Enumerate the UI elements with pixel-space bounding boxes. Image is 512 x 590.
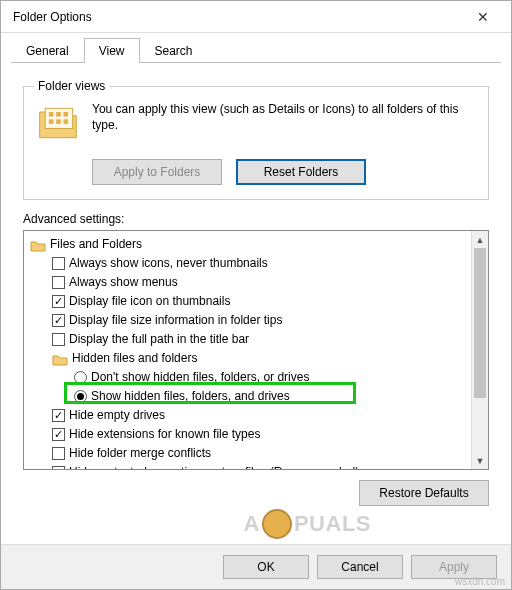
tree-group-hidden: Hidden files and folders bbox=[30, 349, 469, 368]
scroll-up-button[interactable]: ▲ bbox=[472, 231, 488, 248]
apply-to-folders-label: Apply to Folders bbox=[114, 165, 201, 179]
checkbox[interactable]: ✓ bbox=[52, 314, 65, 327]
folder-icon bbox=[30, 238, 46, 252]
tree-item[interactable]: Always show icons, never thumbnails bbox=[30, 254, 469, 273]
tree-item[interactable]: ✓ Hide empty drives bbox=[30, 406, 469, 425]
apply-label: Apply bbox=[439, 560, 469, 574]
tab-content: Folder views You can apply this view (su… bbox=[1, 63, 511, 516]
tab-search[interactable]: Search bbox=[140, 38, 208, 63]
svg-rect-6 bbox=[64, 119, 69, 124]
checkbox[interactable]: ✓ bbox=[52, 409, 65, 422]
tree-item-label: Always show icons, never thumbnails bbox=[69, 254, 268, 273]
folder-views-description: You can apply this view (such as Details… bbox=[92, 99, 478, 147]
ok-label: OK bbox=[257, 560, 274, 574]
radio-option-show-hidden[interactable]: Show hidden files, folders, and drives bbox=[30, 387, 469, 406]
close-icon: ✕ bbox=[477, 9, 489, 25]
tab-search-label: Search bbox=[155, 44, 193, 58]
svg-rect-5 bbox=[56, 119, 61, 124]
advanced-settings-tree[interactable]: Files and Folders Always show icons, nev… bbox=[24, 231, 471, 469]
tree-item[interactable]: ✓ Display file size information in folde… bbox=[30, 311, 469, 330]
tree-item[interactable]: ✓ Hide extensions for known file types bbox=[30, 425, 469, 444]
svg-rect-2 bbox=[56, 112, 61, 117]
tab-view[interactable]: View bbox=[84, 38, 140, 63]
svg-rect-0 bbox=[45, 108, 73, 128]
advanced-settings-box: Files and Folders Always show icons, nev… bbox=[23, 230, 489, 470]
advanced-settings-label: Advanced settings: bbox=[23, 212, 489, 226]
dialog-button-bar: OK Cancel Apply bbox=[1, 544, 511, 589]
checkbox[interactable]: ✓ bbox=[52, 295, 65, 308]
scroll-down-button[interactable]: ▼ bbox=[472, 452, 488, 469]
reset-folders-button[interactable]: Reset Folders bbox=[236, 159, 366, 185]
tree-item-label: Hide empty drives bbox=[69, 406, 165, 425]
window-title: Folder Options bbox=[13, 10, 463, 24]
radio-label: Show hidden files, folders, and drives bbox=[91, 387, 290, 406]
restore-defaults-label: Restore Defaults bbox=[379, 486, 468, 500]
tab-general-label: General bbox=[26, 44, 69, 58]
scrollbar[interactable]: ▲ ▼ bbox=[471, 231, 488, 469]
tree-item[interactable]: ✓ Hide protected operating system files … bbox=[30, 463, 469, 469]
tree-item-label: Always show menus bbox=[69, 273, 178, 292]
radio-option-dont-show[interactable]: Don't show hidden files, folders, or dri… bbox=[30, 368, 469, 387]
radio-label: Don't show hidden files, folders, or dri… bbox=[91, 368, 309, 387]
tree-item[interactable]: Hide folder merge conflicts bbox=[30, 444, 469, 463]
restore-defaults-button[interactable]: Restore Defaults bbox=[359, 480, 489, 506]
tab-view-label: View bbox=[99, 44, 125, 58]
titlebar: Folder Options ✕ bbox=[1, 1, 511, 33]
radio[interactable] bbox=[74, 390, 87, 403]
cancel-button[interactable]: Cancel bbox=[317, 555, 403, 579]
tree-item-label: Hide folder merge conflicts bbox=[69, 444, 211, 463]
scroll-thumb[interactable] bbox=[474, 248, 486, 398]
tree-item[interactable]: Display the full path in the title bar bbox=[30, 330, 469, 349]
folder-icon bbox=[52, 352, 68, 366]
checkbox[interactable] bbox=[52, 333, 65, 346]
ok-button[interactable]: OK bbox=[223, 555, 309, 579]
tree-item[interactable]: ✓ Display file icon on thumbnails bbox=[30, 292, 469, 311]
tree-item-label: Display file icon on thumbnails bbox=[69, 292, 230, 311]
apply-button: Apply bbox=[411, 555, 497, 579]
tree-item[interactable]: Always show menus bbox=[30, 273, 469, 292]
tree-item-label: Hide extensions for known file types bbox=[69, 425, 260, 444]
radio[interactable] bbox=[74, 371, 87, 384]
checkbox[interactable]: ✓ bbox=[52, 466, 65, 469]
svg-rect-4 bbox=[49, 119, 54, 124]
checkbox[interactable] bbox=[52, 447, 65, 460]
cancel-label: Cancel bbox=[341, 560, 378, 574]
apply-to-folders-button: Apply to Folders bbox=[92, 159, 222, 185]
folder-views-legend: Folder views bbox=[34, 79, 109, 93]
scroll-track[interactable] bbox=[472, 248, 488, 452]
tabstrip: General View Search bbox=[1, 33, 511, 63]
folder-options-dialog: Folder Options ✕ General View Search Fol… bbox=[0, 0, 512, 590]
svg-rect-1 bbox=[49, 112, 54, 117]
tree-root: Files and Folders bbox=[30, 235, 469, 254]
reset-folders-label: Reset Folders bbox=[264, 165, 339, 179]
folder-views-group: Folder views You can apply this view (su… bbox=[23, 79, 489, 200]
svg-rect-3 bbox=[64, 112, 69, 117]
checkbox[interactable] bbox=[52, 257, 65, 270]
checkbox[interactable] bbox=[52, 276, 65, 289]
folder-views-icon bbox=[34, 99, 82, 147]
close-button[interactable]: ✕ bbox=[463, 3, 503, 31]
checkbox[interactable]: ✓ bbox=[52, 428, 65, 441]
tree-root-label: Files and Folders bbox=[50, 235, 142, 254]
tree-item-label: Display file size information in folder … bbox=[69, 311, 282, 330]
tree-group-label: Hidden files and folders bbox=[72, 349, 197, 368]
tab-general[interactable]: General bbox=[11, 38, 84, 63]
tree-item-label: Hide protected operating system files (R… bbox=[69, 463, 359, 469]
tree-item-label: Display the full path in the title bar bbox=[69, 330, 249, 349]
